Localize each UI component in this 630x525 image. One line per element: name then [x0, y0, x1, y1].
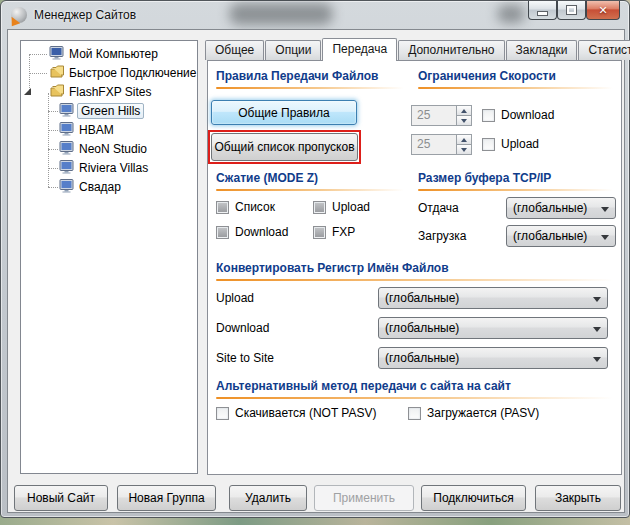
- site-tree[interactable]: Мой Компьютер Быстрое Подключение FlashF…: [20, 40, 198, 474]
- combo-value: (глобальные): [513, 229, 587, 243]
- general-rules-button[interactable]: Общие Правила: [211, 100, 357, 125]
- tab-options[interactable]: Опции: [265, 40, 321, 60]
- close-button[interactable]: Закрыть: [535, 485, 621, 511]
- computer-icon: [49, 46, 65, 63]
- modez-download-label: Download: [235, 225, 288, 239]
- section-title-compression: Сжатие (MODE Z): [216, 171, 318, 185]
- combo-value: (глобальные): [385, 321, 459, 335]
- checkbox-download-limit[interactable]: [482, 109, 495, 122]
- site-monitor-icon: [59, 103, 75, 120]
- tree-item-neon-studio[interactable]: NeoN Studio: [21, 140, 197, 158]
- case-download-select[interactable]: (глобальные): [378, 317, 608, 339]
- combo-value: (глобальные): [385, 351, 459, 365]
- new-site-button[interactable]: Новый Сайт: [14, 485, 108, 511]
- section-title-tcp-buffer: Размер буфера TCP/IP: [418, 171, 551, 185]
- tree-item-riviera-villas[interactable]: Riviera Villas: [21, 159, 197, 177]
- section-title-transfer-rules: Правила Передачи Файлов: [216, 69, 378, 83]
- spin-up-icon: [461, 138, 467, 142]
- minimize-icon: [537, 11, 548, 16]
- case-upload-label: Upload: [216, 291, 254, 305]
- download-limit-label: Download: [501, 108, 554, 122]
- flashfxp-app-icon: [11, 7, 27, 23]
- case-upload-select[interactable]: (глобальные): [378, 287, 608, 309]
- section-underline: [216, 189, 404, 191]
- tree-item-my-computer[interactable]: Мой Компьютер: [21, 45, 197, 63]
- tree-item-label-selected: Green Hills: [77, 103, 144, 119]
- connect-button[interactable]: Подключиться: [421, 485, 526, 511]
- new-group-button[interactable]: Новая Группа: [117, 485, 216, 511]
- tcp-receive-select[interactable]: (глобальные): [506, 225, 616, 247]
- maximize-icon: [567, 6, 576, 14]
- minimize-button[interactable]: [528, 1, 557, 20]
- spin-down-button[interactable]: [456, 144, 472, 155]
- chevron-down-icon: [593, 357, 601, 362]
- modez-upload-label: Upload: [332, 200, 370, 214]
- modez-fxp-label: FXP: [332, 225, 355, 239]
- apply-button[interactable]: Применить: [314, 485, 414, 511]
- tree-item-green-hills[interactable]: Green Hills: [21, 102, 197, 120]
- tree-item-quick-connect[interactable]: Быстрое Подключение: [21, 64, 197, 82]
- glass-reflection: [497, 5, 525, 23]
- not-pasv-label: Скачивается (NOT PASV): [235, 406, 377, 420]
- tab-strip: Общее Опции Передача Дополнительно Закла…: [205, 37, 630, 60]
- site-monitor-icon: [59, 179, 75, 196]
- modez-list-label: Список: [235, 200, 275, 214]
- checkbox-modez-list[interactable]: [216, 201, 229, 214]
- tab-advanced[interactable]: Дополнительно: [398, 40, 504, 60]
- window-title: Менеджер Сайтов: [34, 8, 136, 22]
- section-underline: [418, 189, 613, 191]
- tree-item-label: NeoN Studio: [79, 142, 147, 156]
- checkbox-not-pasv[interactable]: [216, 407, 229, 420]
- site-monitor-icon: [59, 122, 75, 139]
- spin-down-icon: [461, 119, 467, 123]
- tree-item-label: Быстрое Подключение: [69, 66, 196, 80]
- tab-bookmarks[interactable]: Закладки: [506, 40, 578, 60]
- checkbox-upload-limit[interactable]: [482, 138, 495, 151]
- site-monitor-icon: [59, 160, 75, 177]
- spin-up-icon: [461, 109, 467, 113]
- site-manager-window: Менеджер Сайтов ✕ Мой Компьютер: [0, 0, 630, 518]
- chevron-down-icon: [593, 327, 601, 332]
- dialog-client-area: Мой Компьютер Быстрое Подключение FlashF…: [7, 29, 625, 513]
- upload-limit-input[interactable]: 25: [411, 134, 457, 155]
- case-site-to-site-select[interactable]: (глобальные): [378, 347, 608, 369]
- skip-list-button[interactable]: Общий список пропусков: [211, 133, 358, 161]
- combo-value: (глобальные): [513, 201, 587, 215]
- chevron-down-icon: [601, 207, 609, 212]
- tree-item-flashfxp-sites[interactable]: FlashFXP Sites: [21, 83, 197, 101]
- tree-item-label: FlashFXP Sites: [69, 85, 151, 99]
- titlebar[interactable]: Менеджер Сайтов ✕: [1, 1, 629, 29]
- tab-statistics[interactable]: Статистика: [578, 40, 630, 60]
- checkbox-modez-upload[interactable]: [313, 201, 326, 214]
- case-site-to-site-label: Site to Site: [216, 351, 274, 365]
- section-underline: [216, 397, 613, 399]
- tree-item-svadar[interactable]: Свадар: [21, 178, 197, 196]
- site-monitor-icon: [59, 141, 75, 158]
- folder-icon: [49, 65, 65, 81]
- maximize-button[interactable]: [557, 1, 586, 20]
- tree-item-label: HBAM: [79, 123, 114, 137]
- checkbox-modez-download[interactable]: [216, 226, 229, 239]
- delete-button[interactable]: Удалить: [229, 485, 307, 511]
- section-title-alt-transfer: Альтернативный метод передачи с сайта на…: [216, 379, 511, 393]
- case-download-label: Download: [216, 321, 269, 335]
- section-underline: [418, 87, 613, 89]
- tab-general[interactable]: Общее: [205, 40, 264, 60]
- glass-reflection: [229, 3, 333, 25]
- tree-expanded-icon[interactable]: [24, 88, 31, 95]
- tree-item-label: Riviera Villas: [79, 161, 148, 175]
- checkbox-modez-fxp[interactable]: [313, 226, 326, 239]
- section-underline: [216, 87, 404, 89]
- section-title-speed-limits: Ограничения Скорости: [418, 69, 556, 83]
- tcp-send-select[interactable]: (глобальные): [506, 197, 616, 219]
- checkbox-pasv[interactable]: [408, 407, 421, 420]
- chevron-down-icon: [593, 297, 601, 302]
- combo-value: (глобальные): [385, 291, 459, 305]
- download-limit-input[interactable]: 25: [411, 105, 457, 126]
- tcp-send-label: Отдача: [418, 201, 459, 215]
- tree-item-hbam[interactable]: HBAM: [21, 121, 197, 139]
- transfer-tab-page: Правила Передачи Файлов Ограничения Скор…: [207, 60, 622, 475]
- tab-transfer[interactable]: Передача: [322, 38, 397, 61]
- spin-down-button[interactable]: [456, 115, 472, 126]
- close-window-button[interactable]: ✕: [586, 1, 620, 20]
